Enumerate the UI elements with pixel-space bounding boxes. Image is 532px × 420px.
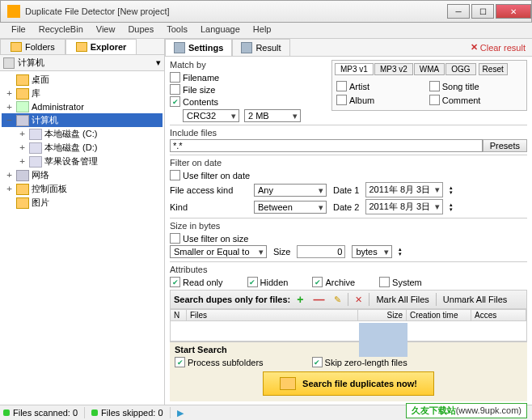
expand-icon[interactable]: + (5, 102, 14, 112)
node-icon (16, 197, 29, 209)
chk-songtitle[interactable] (429, 81, 440, 91)
tab-folders[interactable]: Folders (0, 39, 65, 54)
edit-file-button[interactable]: ✎ (331, 294, 344, 306)
chk-filesize[interactable] (170, 84, 180, 95)
expand-icon[interactable]: + (5, 184, 14, 194)
tree-node[interactable]: +控制面板 (2, 182, 163, 196)
chk-skip-zero[interactable] (312, 357, 323, 367)
date1-spinner[interactable] (450, 185, 459, 195)
menu-language[interactable]: Language (194, 23, 247, 38)
node-icon (16, 170, 29, 181)
clear-result-link[interactable]: Clear result (471, 42, 526, 53)
tagtab-mp3v1[interactable]: MP3 v1 (335, 63, 374, 75)
select-blocksize[interactable]: 2 MB (244, 109, 301, 122)
menu-file[interactable]: File (5, 23, 32, 38)
menu-tools[interactable]: Tools (160, 23, 194, 38)
size-value-field[interactable]: 0 (297, 245, 345, 258)
select-size-unit[interactable]: bytes (352, 245, 392, 258)
chk-album[interactable] (336, 95, 347, 105)
chk-filename[interactable] (170, 72, 180, 83)
menu-dupes[interactable]: Dupes (121, 23, 160, 38)
menu-recyclebin[interactable]: RecycleBin (32, 23, 90, 38)
remove-file-button[interactable]: — (310, 292, 327, 307)
select-size-op[interactable]: Smaller or Equal to (170, 245, 267, 258)
unmark-all-button[interactable]: Unmark All Files (440, 294, 510, 305)
expand-icon[interactable]: + (18, 129, 27, 139)
chk-archive[interactable] (312, 277, 323, 287)
col-access[interactable]: Acces (471, 310, 526, 320)
date2-spinner[interactable] (450, 202, 459, 212)
window-title: Duplicate File Detector [New project] (25, 6, 445, 16)
minimize-button[interactable]: ─ (447, 4, 470, 19)
chk-use-size-filter[interactable] (170, 233, 180, 244)
node-icon (29, 156, 42, 168)
include-label: Include files (170, 128, 527, 138)
tree-header[interactable]: 计算机 ▾ (0, 55, 164, 71)
chk-artist[interactable] (336, 81, 347, 91)
expand-icon[interactable]: + (5, 88, 14, 99)
status-led-icon (3, 409, 10, 416)
expand-icon[interactable]: + (18, 156, 27, 167)
expand-icon[interactable]: + (18, 142, 27, 153)
tree-node[interactable]: +Administrator (2, 100, 163, 113)
date2-field[interactable]: 2011年 8月 3日 (365, 199, 443, 214)
delete-file-button[interactable]: ✕ (352, 294, 365, 306)
size-spinner[interactable] (399, 247, 408, 257)
tab-result[interactable]: Result (232, 39, 289, 56)
files-toolbar: Search dupes only for files: + — ✎ ✕ Mar… (170, 290, 527, 309)
presets-button[interactable]: Presets (483, 139, 527, 152)
attrs-label: Attributes (170, 265, 527, 274)
col-n[interactable]: N (171, 310, 187, 320)
select-range-kind[interactable]: Between (254, 201, 327, 214)
date1-field[interactable]: 2011年 8月 3日 (365, 182, 443, 197)
expand-icon[interactable]: + (5, 170, 14, 180)
chk-use-date-filter[interactable] (170, 170, 180, 180)
mark-all-button[interactable]: Mark All Files (373, 294, 432, 305)
play-icon[interactable]: ▶ (177, 408, 184, 418)
status-led-icon (91, 409, 98, 416)
right-panel: Settings Result Clear result Match by Fi… (165, 39, 532, 405)
search-button[interactable]: Search file duplicates now! (263, 371, 434, 396)
chk-subfolders[interactable] (175, 357, 185, 367)
chk-system[interactable] (379, 277, 390, 287)
settings-icon (174, 42, 185, 53)
tree-node[interactable]: +苹果设备管理 (2, 155, 163, 168)
tab-explorer[interactable]: Explorer (65, 39, 137, 54)
col-ctime[interactable]: Creation time (407, 310, 471, 320)
node-label: 图片 (32, 197, 49, 209)
tree-node[interactable]: 桌面 (2, 73, 163, 87)
select-algo[interactable]: CRC32 (183, 109, 239, 122)
include-pattern-field[interactable]: *.* (170, 139, 483, 152)
tagtab-ogg[interactable]: OGG (445, 63, 475, 75)
chk-readonly[interactable] (170, 277, 180, 287)
close-button[interactable]: ✕ (496, 4, 531, 19)
chk-comment[interactable] (429, 95, 440, 105)
chk-contents[interactable] (170, 96, 180, 107)
col-size[interactable]: Size (358, 310, 407, 320)
menu-view[interactable]: View (90, 23, 122, 38)
tags-reset-button[interactable]: Reset (479, 63, 508, 75)
menu-help[interactable]: Help (247, 23, 278, 38)
tree-node[interactable]: +库 (2, 87, 163, 100)
tree-node[interactable]: −计算机 (2, 113, 163, 127)
tree-node[interactable]: 图片 (2, 196, 163, 210)
chk-hidden[interactable] (247, 277, 258, 287)
explorer-icon (76, 42, 87, 52)
grid-selected-cell (359, 323, 407, 357)
col-files[interactable]: Files (187, 310, 358, 320)
tab-settings[interactable]: Settings (165, 39, 232, 56)
maximize-button[interactable]: ☐ (471, 4, 494, 19)
file-grid[interactable]: N Files Size Creation time Acces (170, 309, 527, 342)
tree-node[interactable]: +网络 (2, 168, 163, 182)
add-file-button[interactable]: + (293, 292, 306, 307)
folder-tree[interactable]: 桌面+库+Administrator−计算机+本地磁盘 (C:)+本地磁盘 (D… (0, 71, 164, 405)
tree-node[interactable]: +本地磁盘 (D:) (2, 141, 163, 155)
node-icon (16, 101, 29, 112)
expand-icon[interactable]: − (5, 115, 14, 125)
watermark: 久友下载站(www.9upk.com) (406, 403, 527, 418)
tagtab-mp3v2[interactable]: MP3 v2 (374, 63, 413, 75)
tagtab-wma[interactable]: WMA (414, 63, 445, 75)
tree-node[interactable]: +本地磁盘 (C:) (2, 127, 163, 141)
sizefilter-label: Size in bytes (170, 221, 527, 231)
select-access-kind[interactable]: Any (254, 184, 327, 197)
